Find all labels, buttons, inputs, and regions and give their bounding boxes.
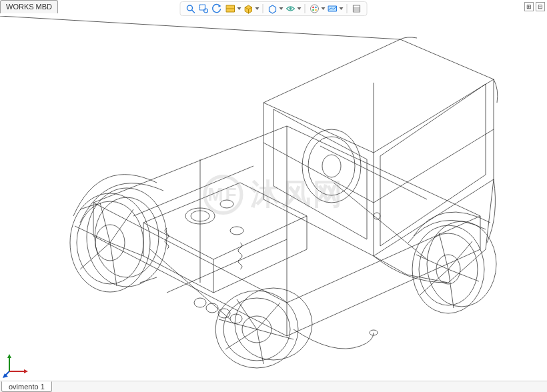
bottom-tab-bar: ovimento 1 (0, 381, 547, 392)
svg-point-14 (312, 9, 314, 11)
svg-point-66 (218, 309, 230, 318)
edit-appearance-dropdown[interactable] (309, 3, 326, 15)
svg-line-29 (110, 243, 143, 256)
display-style-dropdown[interactable] (267, 3, 284, 15)
section-view-dropdown[interactable] (225, 3, 241, 15)
svg-point-10 (290, 7, 292, 10)
toolbar-separator (305, 4, 306, 13)
svg-point-46 (427, 221, 496, 307)
svg-line-76 (167, 239, 287, 293)
svg-point-12 (312, 7, 314, 9)
svg-point-64 (194, 298, 206, 307)
svg-marker-79 (7, 354, 11, 358)
chevron-down-icon (298, 7, 302, 10)
svg-line-30 (110, 243, 117, 286)
previous-view-button[interactable] (211, 3, 223, 15)
task-pane-controls: ⊞ ⊟ (524, 2, 545, 11)
view-orientation-dropdown[interactable] (243, 3, 259, 15)
svg-point-65 (206, 303, 218, 313)
svg-point-55 (322, 155, 341, 177)
svg-line-28 (110, 209, 133, 243)
svg-line-41 (225, 329, 257, 349)
toolbar-separator (263, 4, 263, 13)
tab-mbd[interactable]: WORKS MBD (0, 0, 58, 13)
svg-line-49 (448, 269, 479, 281)
zoom-to-area-button[interactable] (198, 3, 210, 15)
model-wireframe (0, 16, 547, 381)
apply-scene-dropdown[interactable] (327, 3, 344, 15)
svg-point-36 (235, 288, 312, 360)
svg-line-52 (416, 255, 448, 269)
svg-point-13 (315, 7, 317, 9)
svg-marker-81 (24, 369, 28, 373)
chevron-down-icon (322, 7, 326, 10)
svg-marker-9 (269, 5, 276, 13)
svg-line-38 (257, 303, 280, 329)
solidworks-window: WORKS MBD (0, 0, 547, 392)
zoom-to-fit-button[interactable] (185, 3, 197, 15)
hide-show-items-dropdown[interactable] (285, 3, 302, 15)
svg-line-40 (257, 329, 263, 364)
svg-line-32 (75, 226, 110, 243)
toolbar-separator (347, 4, 348, 13)
svg-line-1 (192, 10, 195, 13)
svg-point-15 (315, 9, 317, 11)
command-manager-tabs: WORKS MBD (0, 0, 58, 13)
svg-point-63 (230, 227, 243, 235)
chevron-down-icon (255, 7, 259, 10)
svg-line-50 (448, 269, 454, 308)
svg-line-58 (0, 16, 400, 39)
tab-motion-study[interactable]: ovimento 1 (1, 381, 52, 392)
svg-point-54 (308, 137, 355, 195)
chevron-down-icon (340, 7, 344, 10)
svg-rect-17 (354, 5, 360, 12)
svg-line-26 (140, 277, 157, 283)
panel-expand-button[interactable]: ⊞ (524, 2, 534, 11)
view-settings-button[interactable] (351, 3, 363, 15)
chevron-down-icon (280, 7, 284, 10)
svg-point-11 (311, 5, 319, 13)
svg-line-47 (439, 233, 448, 269)
svg-line-39 (257, 329, 294, 339)
svg-point-62 (220, 200, 233, 208)
orientation-triad[interactable] (3, 349, 32, 378)
chevron-down-icon (237, 7, 241, 10)
svg-line-69 (150, 249, 230, 319)
svg-marker-4 (219, 5, 221, 7)
svg-line-31 (80, 243, 110, 269)
svg-point-67 (230, 314, 242, 323)
panel-collapse-button[interactable]: ⊟ (536, 2, 545, 11)
svg-point-3 (204, 9, 208, 13)
svg-line-75 (133, 166, 253, 216)
graphics-viewport[interactable]: MF 沐风网 (0, 16, 547, 381)
heads-up-view-toolbar (180, 1, 368, 16)
